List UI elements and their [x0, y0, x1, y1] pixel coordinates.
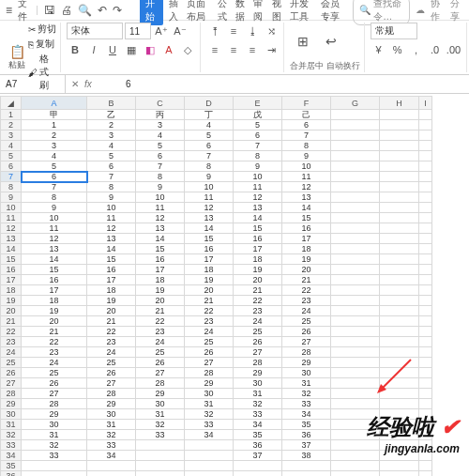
cell[interactable]: 10: [282, 161, 331, 172]
cell[interactable]: [331, 461, 380, 471]
cell[interactable]: [331, 451, 380, 461]
cell[interactable]: 24: [234, 316, 282, 327]
cell[interactable]: 30: [136, 399, 185, 409]
search-box[interactable]: 🔍 查找命令…: [353, 0, 410, 25]
cell[interactable]: 27: [234, 347, 282, 358]
cell[interactable]: [380, 192, 419, 203]
row-header-30[interactable]: 30: [1, 409, 22, 420]
cell[interactable]: 14: [234, 213, 282, 223]
cell[interactable]: 16: [282, 223, 331, 234]
cell[interactable]: [380, 409, 419, 420]
row-header-10[interactable]: 10: [1, 203, 22, 213]
row-header-7[interactable]: 7: [1, 172, 22, 182]
copy-button[interactable]: ⎘ 复制: [28, 38, 56, 51]
row-header-25[interactable]: 25: [1, 358, 22, 368]
cell[interactable]: [419, 451, 432, 461]
cell[interactable]: [331, 265, 380, 275]
underline-icon[interactable]: U: [104, 41, 121, 58]
cell[interactable]: 33: [136, 430, 185, 440]
cell[interactable]: 32: [185, 409, 234, 420]
cell[interactable]: 19: [282, 254, 331, 265]
cell[interactable]: 15: [22, 265, 87, 275]
cell[interactable]: [419, 203, 432, 213]
cell[interactable]: 己: [282, 110, 331, 120]
col-header-G[interactable]: G: [331, 97, 380, 110]
cell[interactable]: 8: [234, 151, 282, 161]
cell[interactable]: 5: [234, 120, 282, 131]
cell[interactable]: [331, 409, 380, 420]
cell[interactable]: [419, 285, 432, 296]
cell[interactable]: 29: [22, 409, 87, 420]
cell[interactable]: 34: [282, 409, 331, 420]
number-format-combo[interactable]: 常规: [371, 23, 417, 39]
cell[interactable]: 19: [87, 296, 136, 306]
cell[interactable]: [419, 420, 432, 430]
row-header-33[interactable]: 33: [1, 440, 22, 451]
cell[interactable]: [380, 275, 419, 285]
cell[interactable]: [419, 409, 432, 420]
cell[interactable]: 9: [185, 172, 234, 182]
cell[interactable]: [136, 451, 185, 461]
cell[interactable]: [419, 440, 432, 451]
cell[interactable]: [282, 471, 331, 477]
row-header-21[interactable]: 21: [1, 316, 22, 327]
row-header-14[interactable]: 14: [1, 244, 22, 254]
cell[interactable]: 11: [234, 182, 282, 192]
cell[interactable]: 20: [234, 275, 282, 285]
cell[interactable]: 7: [234, 141, 282, 151]
cell[interactable]: 25: [136, 347, 185, 358]
cell[interactable]: 19: [136, 285, 185, 296]
align-mid-icon[interactable]: ≡: [225, 23, 242, 39]
cell[interactable]: 8: [282, 141, 331, 151]
cell[interactable]: [419, 306, 432, 316]
cell[interactable]: 30: [234, 378, 282, 389]
col-header-E[interactable]: E: [234, 97, 282, 110]
cell[interactable]: [380, 141, 419, 151]
cell[interactable]: 15: [234, 223, 282, 234]
cell[interactable]: 25: [185, 337, 234, 347]
cell[interactable]: [380, 223, 419, 234]
cell[interactable]: [380, 306, 419, 316]
formula-input[interactable]: 6: [122, 79, 469, 89]
cell[interactable]: 14: [87, 244, 136, 254]
cell[interactable]: 12: [185, 203, 234, 213]
share-button[interactable]: 分享: [450, 0, 463, 23]
cell[interactable]: 4: [22, 151, 87, 161]
cell[interactable]: 32: [282, 389, 331, 399]
cell[interactable]: 28: [282, 347, 331, 358]
cell[interactable]: 7: [282, 131, 331, 141]
cell[interactable]: 33: [87, 440, 136, 451]
row-header-16[interactable]: 16: [1, 265, 22, 275]
cell[interactable]: [380, 203, 419, 213]
cell[interactable]: [331, 244, 380, 254]
cell[interactable]: 12: [234, 192, 282, 203]
cell[interactable]: [234, 471, 282, 477]
cell[interactable]: [419, 275, 432, 285]
cell[interactable]: 8: [87, 182, 136, 192]
cell[interactable]: [419, 172, 432, 182]
cell[interactable]: 31: [136, 409, 185, 420]
cell[interactable]: 7: [87, 172, 136, 182]
cell[interactable]: 25: [22, 368, 87, 378]
cell[interactable]: 25: [87, 358, 136, 368]
cell[interactable]: 31: [282, 378, 331, 389]
cell[interactable]: 14: [185, 223, 234, 234]
cell[interactable]: 3: [22, 141, 87, 151]
cell[interactable]: [419, 131, 432, 141]
cell[interactable]: [136, 461, 185, 471]
cell[interactable]: 10: [136, 192, 185, 203]
cell[interactable]: [331, 389, 380, 399]
indent-icon[interactable]: ⇥: [263, 41, 280, 58]
row-header-1[interactable]: 1: [1, 110, 22, 120]
cell[interactable]: 24: [22, 358, 87, 368]
row-header-4[interactable]: 4: [1, 141, 22, 151]
cut-button[interactable]: ✂ 剪切: [28, 23, 56, 36]
cell[interactable]: 3: [136, 120, 185, 131]
cell[interactable]: 33: [22, 451, 87, 461]
cell[interactable]: [331, 358, 380, 368]
row-header-32[interactable]: 32: [1, 430, 22, 440]
cell[interactable]: [331, 420, 380, 430]
cell[interactable]: 6: [234, 131, 282, 141]
cell[interactable]: 30: [22, 420, 87, 430]
row-header-31[interactable]: 31: [1, 420, 22, 430]
